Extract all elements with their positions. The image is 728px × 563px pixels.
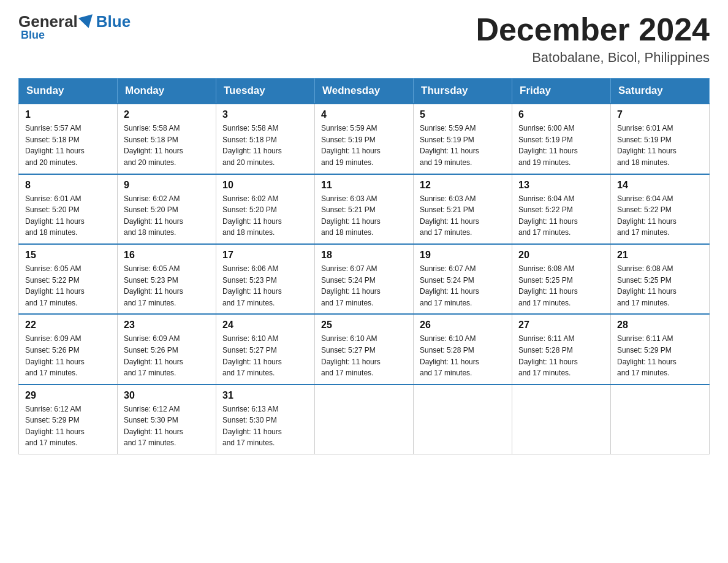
day-number: 21	[617, 250, 703, 261]
calendar-cell: 18Sunrise: 6:07 AM Sunset: 5:24 PM Dayli…	[315, 244, 414, 314]
calendar-cell: 21Sunrise: 6:08 AM Sunset: 5:25 PM Dayli…	[611, 244, 710, 314]
calendar-week-row-2: 8Sunrise: 6:01 AM Sunset: 5:20 PM Daylig…	[19, 174, 710, 244]
calendar-cell	[414, 385, 512, 454]
calendar-cell	[611, 385, 710, 454]
calendar-week-row-1: 1Sunrise: 5:57 AM Sunset: 5:18 PM Daylig…	[19, 104, 710, 174]
day-info: Sunrise: 5:57 AM Sunset: 5:18 PM Dayligh…	[25, 123, 111, 168]
calendar-header-tuesday: Tuesday	[216, 79, 315, 104]
day-number: 6	[518, 109, 604, 120]
calendar-cell: 28Sunrise: 6:11 AM Sunset: 5:29 PM Dayli…	[611, 314, 710, 384]
logo-underline-text: Blue	[21, 29, 45, 42]
logo-blue-part: Blue	[96, 12, 131, 31]
calendar-header-saturday: Saturday	[611, 79, 710, 104]
day-info: Sunrise: 6:07 AM Sunset: 5:24 PM Dayligh…	[420, 263, 506, 308]
title-block: December 2024 Batobalane, Bicol, Philipp…	[476, 12, 710, 66]
day-info: Sunrise: 6:12 AM Sunset: 5:30 PM Dayligh…	[124, 404, 210, 449]
calendar-cell: 12Sunrise: 6:03 AM Sunset: 5:21 PM Dayli…	[414, 174, 512, 244]
day-info: Sunrise: 5:59 AM Sunset: 5:19 PM Dayligh…	[420, 123, 506, 168]
day-number: 27	[518, 320, 604, 331]
day-info: Sunrise: 6:03 AM Sunset: 5:21 PM Dayligh…	[420, 193, 506, 239]
day-number: 5	[420, 109, 506, 120]
calendar-cell: 2Sunrise: 5:58 AM Sunset: 5:18 PM Daylig…	[118, 104, 216, 174]
day-info: Sunrise: 6:00 AM Sunset: 5:19 PM Dayligh…	[518, 123, 604, 168]
logo: General Blue Blue	[18, 12, 131, 42]
day-info: Sunrise: 6:02 AM Sunset: 5:20 PM Dayligh…	[222, 193, 308, 239]
location-subtitle: Batobalane, Bicol, Philippines	[476, 50, 710, 66]
calendar-cell: 16Sunrise: 6:05 AM Sunset: 5:23 PM Dayli…	[118, 244, 216, 314]
day-info: Sunrise: 6:02 AM Sunset: 5:20 PM Dayligh…	[124, 193, 210, 239]
day-info: Sunrise: 6:12 AM Sunset: 5:29 PM Dayligh…	[25, 404, 111, 449]
day-info: Sunrise: 6:11 AM Sunset: 5:28 PM Dayligh…	[518, 333, 604, 378]
day-info: Sunrise: 6:04 AM Sunset: 5:22 PM Dayligh…	[617, 193, 703, 239]
calendar-cell: 26Sunrise: 6:10 AM Sunset: 5:28 PM Dayli…	[414, 314, 512, 384]
calendar-header-sunday: Sunday	[19, 79, 118, 104]
calendar-cell: 30Sunrise: 6:12 AM Sunset: 5:30 PM Dayli…	[118, 385, 216, 454]
day-number: 18	[321, 250, 407, 261]
calendar-cell: 20Sunrise: 6:08 AM Sunset: 5:25 PM Dayli…	[512, 244, 611, 314]
day-info: Sunrise: 6:10 AM Sunset: 5:28 PM Dayligh…	[420, 333, 506, 378]
calendar-cell: 9Sunrise: 6:02 AM Sunset: 5:20 PM Daylig…	[118, 174, 216, 244]
calendar-cell: 25Sunrise: 6:10 AM Sunset: 5:27 PM Dayli…	[315, 314, 414, 384]
calendar-cell: 29Sunrise: 6:12 AM Sunset: 5:29 PM Dayli…	[19, 385, 118, 454]
day-info: Sunrise: 5:59 AM Sunset: 5:19 PM Dayligh…	[321, 123, 407, 168]
day-number: 20	[518, 250, 604, 261]
calendar-cell: 5Sunrise: 5:59 AM Sunset: 5:19 PM Daylig…	[414, 104, 512, 174]
day-info: Sunrise: 6:10 AM Sunset: 5:27 PM Dayligh…	[321, 333, 407, 378]
calendar-cell: 14Sunrise: 6:04 AM Sunset: 5:22 PM Dayli…	[611, 174, 710, 244]
page-header: General Blue Blue December 2024 Batobala…	[18, 12, 710, 66]
day-info: Sunrise: 6:08 AM Sunset: 5:25 PM Dayligh…	[617, 263, 703, 308]
day-number: 7	[617, 109, 703, 120]
calendar-cell: 22Sunrise: 6:09 AM Sunset: 5:26 PM Dayli…	[19, 314, 118, 384]
day-info: Sunrise: 6:01 AM Sunset: 5:19 PM Dayligh…	[617, 123, 703, 168]
day-number: 25	[321, 320, 407, 331]
month-year-title: December 2024	[476, 12, 710, 47]
day-number: 19	[420, 250, 506, 261]
day-info: Sunrise: 6:06 AM Sunset: 5:23 PM Dayligh…	[222, 263, 308, 308]
day-info: Sunrise: 6:05 AM Sunset: 5:23 PM Dayligh…	[124, 263, 210, 308]
calendar-cell: 6Sunrise: 6:00 AM Sunset: 5:19 PM Daylig…	[512, 104, 611, 174]
day-info: Sunrise: 5:58 AM Sunset: 5:18 PM Dayligh…	[124, 123, 210, 168]
calendar-cell: 8Sunrise: 6:01 AM Sunset: 5:20 PM Daylig…	[19, 174, 118, 244]
day-number: 3	[222, 109, 308, 120]
day-info: Sunrise: 6:11 AM Sunset: 5:29 PM Dayligh…	[617, 333, 703, 378]
day-number: 14	[617, 180, 703, 191]
calendar-header-friday: Friday	[512, 79, 611, 104]
day-number: 8	[25, 180, 111, 191]
day-info: Sunrise: 6:10 AM Sunset: 5:27 PM Dayligh…	[222, 333, 308, 378]
day-number: 22	[25, 320, 111, 331]
day-info: Sunrise: 6:01 AM Sunset: 5:20 PM Dayligh…	[25, 193, 111, 239]
day-info: Sunrise: 6:09 AM Sunset: 5:26 PM Dayligh…	[25, 333, 111, 378]
calendar-cell: 11Sunrise: 6:03 AM Sunset: 5:21 PM Dayli…	[315, 174, 414, 244]
calendar-header-wednesday: Wednesday	[315, 79, 414, 104]
day-info: Sunrise: 6:04 AM Sunset: 5:22 PM Dayligh…	[518, 193, 604, 239]
day-number: 16	[124, 250, 210, 261]
calendar-cell: 13Sunrise: 6:04 AM Sunset: 5:22 PM Dayli…	[512, 174, 611, 244]
calendar-cell: 3Sunrise: 5:58 AM Sunset: 5:18 PM Daylig…	[216, 104, 315, 174]
calendar-cell: 19Sunrise: 6:07 AM Sunset: 5:24 PM Dayli…	[414, 244, 512, 314]
day-number: 12	[420, 180, 506, 191]
day-info: Sunrise: 6:03 AM Sunset: 5:21 PM Dayligh…	[321, 193, 407, 239]
calendar-cell	[315, 385, 414, 454]
day-number: 29	[25, 390, 111, 401]
logo-triangle-icon	[78, 14, 96, 30]
calendar-cell: 15Sunrise: 6:05 AM Sunset: 5:22 PM Dayli…	[19, 244, 118, 314]
calendar-cell	[512, 385, 611, 454]
calendar-week-row-4: 22Sunrise: 6:09 AM Sunset: 5:26 PM Dayli…	[19, 314, 710, 384]
day-info: Sunrise: 6:05 AM Sunset: 5:22 PM Dayligh…	[25, 263, 111, 308]
day-number: 24	[222, 320, 308, 331]
day-number: 26	[420, 320, 506, 331]
calendar-header-row: SundayMondayTuesdayWednesdayThursdayFrid…	[19, 79, 710, 104]
day-number: 10	[222, 180, 308, 191]
calendar-cell: 24Sunrise: 6:10 AM Sunset: 5:27 PM Dayli…	[216, 314, 315, 384]
day-number: 31	[222, 390, 308, 401]
calendar-cell: 10Sunrise: 6:02 AM Sunset: 5:20 PM Dayli…	[216, 174, 315, 244]
calendar-cell: 17Sunrise: 6:06 AM Sunset: 5:23 PM Dayli…	[216, 244, 315, 314]
day-info: Sunrise: 5:58 AM Sunset: 5:18 PM Dayligh…	[222, 123, 308, 168]
day-number: 4	[321, 109, 407, 120]
day-number: 23	[124, 320, 210, 331]
calendar-cell: 4Sunrise: 5:59 AM Sunset: 5:19 PM Daylig…	[315, 104, 414, 174]
calendar-cell: 27Sunrise: 6:11 AM Sunset: 5:28 PM Dayli…	[512, 314, 611, 384]
day-number: 1	[25, 109, 111, 120]
calendar-week-row-5: 29Sunrise: 6:12 AM Sunset: 5:29 PM Dayli…	[19, 385, 710, 454]
day-number: 9	[124, 180, 210, 191]
